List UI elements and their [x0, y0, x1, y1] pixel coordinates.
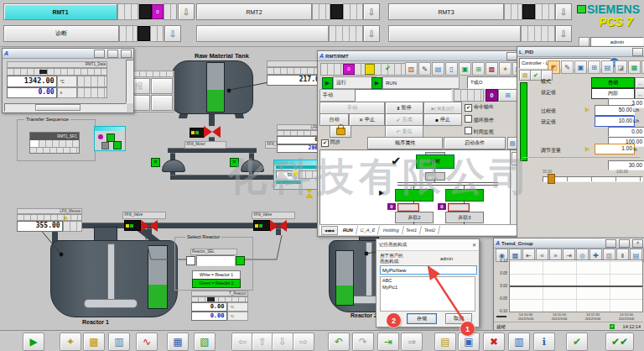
stop-button[interactable]: ■停止 [423, 113, 462, 126]
pid-mv-value[interactable]: 1.00 [595, 144, 635, 155]
ack-all-button[interactable]: ✔✔ [605, 333, 634, 351]
pid-window-titlebar[interactable]: L_PID [517, 47, 644, 57]
window-button[interactable] [107, 50, 118, 58]
picture-in-button[interactable]: ⇥ [377, 333, 399, 351]
sfc-tool-edit[interactable]: ✎ [418, 62, 431, 76]
trend-plot[interactable] [509, 259, 643, 312]
window-button[interactable] [121, 50, 132, 58]
sfc-command-field[interactable] [355, 89, 452, 102]
runtime-button[interactable]: ▶ [23, 333, 44, 351]
rmt3-picture-select-button[interactable]: ⇩ [555, 3, 572, 20]
tank-outlet-valve[interactable] [204, 126, 221, 138]
dialog-close-button[interactable]: ✕ [472, 242, 476, 248]
rmt2-alarm-tile[interactable] [330, 4, 343, 19]
pid-mode-more-button[interactable]: ... [635, 77, 644, 88]
workstation-button[interactable]: ▥ [108, 333, 130, 351]
rmt2-picture-select-button[interactable]: ⇩ [363, 3, 380, 20]
pid-slider-track[interactable] [543, 176, 643, 182]
manual-button[interactable]: 手动 [319, 102, 385, 114]
selector-white-square[interactable] [186, 256, 195, 265]
save-button[interactable]: 存储 [407, 313, 437, 324]
trend-button[interactable]: ∿ [136, 333, 158, 351]
sfc-step-active-2[interactable] [445, 189, 484, 202]
sfc-tool-grid[interactable]: ⊞ [472, 62, 485, 76]
sync-checkbox[interactable]: ✔ 同步 [321, 139, 340, 147]
redo-picture-button[interactable]: ↷ [352, 333, 374, 351]
reactor2-feed-valve[interactable] [270, 220, 287, 232]
cmd-output-checkbox[interactable]: ✔ 命令输出 [465, 103, 494, 112]
nav-left-button[interactable]: ⇦ [231, 333, 253, 351]
sfc-transition[interactable] [425, 172, 445, 181]
reactor-temp-faceplate[interactable]: T_Reactor 0.00°C 0.00°C [191, 291, 248, 314]
sfc-step-timer[interactable]: 计时 [416, 155, 454, 169]
sfc-control[interactable]: RMT1_SFC [29, 132, 80, 154]
overview-faceplate[interactable]: RMT1_Data 1342.00°C 0.00s [7, 61, 107, 98]
selector-green-square[interactable] [236, 256, 245, 265]
overview-hscrollbar[interactable] [4, 103, 127, 112]
pid-tool-limits[interactable]: ⊞ [588, 60, 600, 74]
key-button[interactable]: ✦ [60, 333, 81, 351]
pid-tool-param[interactable]: ▣ [574, 60, 587, 74]
pid-tool-batch[interactable]: ▦ [628, 60, 641, 74]
audio-ack-button[interactable]: ✔ [566, 333, 588, 351]
checkbox-checked[interactable]: ✔ [321, 139, 329, 147]
delete-pictures-button[interactable]: ✖ [483, 333, 505, 351]
time-monitor-checkbox[interactable]: 时间监视 [465, 127, 494, 135]
start-conditions-button[interactable]: 启动条件 [444, 137, 506, 149]
complete-button[interactable]: ✔完成 [385, 113, 423, 126]
pid-mode-value[interactable]: 自动 [591, 77, 635, 88]
window-button[interactable] [632, 48, 643, 56]
window-button[interactable] [94, 50, 105, 58]
overview-window-titlebar[interactable]: A [3, 49, 133, 59]
pause-button[interactable]: ‖暂停 [385, 102, 423, 114]
checkbox-checked[interactable]: ✔ [465, 104, 472, 112]
rmt1-alarm-tile[interactable] [139, 4, 152, 19]
picture-list[interactable]: ABCMyPic1 [380, 276, 475, 312]
pid-sp-value[interactable]: 10.00 [595, 116, 635, 127]
batch-mini-window[interactable] [94, 126, 126, 151]
hand-icon[interactable]: ➤ [584, 106, 589, 113]
overview-vscrollbar[interactable] [126, 60, 133, 103]
area-button-rmt1[interactable]: RMT1 [3, 3, 117, 20]
sfc-step-active-1[interactable] [395, 189, 434, 202]
tab-test2[interactable]: Test2 [420, 226, 440, 234]
area-button-diagnostics[interactable]: 诊断 [3, 25, 119, 42]
pid-slider-thumb[interactable] [548, 174, 555, 184]
sequence-properties-button[interactable]: 顺序属性 [367, 137, 443, 149]
pid-tool-edit[interactable]: ✎ [561, 60, 574, 74]
diag-alarm-tile[interactable] [138, 26, 150, 41]
minimize-button[interactable] [605, 239, 616, 248]
reset-button[interactable]: ↶复位 [385, 125, 423, 138]
sfc-tool-doc[interactable]: ▯ [445, 62, 458, 76]
valve-mid-tag[interactable]: XFill_Valve [252, 212, 295, 219]
sfc-step-parallel3[interactable]: 并联3 [445, 212, 484, 223]
rmt1-picture-select-button[interactable]: ⇩ [178, 3, 195, 20]
list-item[interactable]: MyPic1 [381, 284, 475, 291]
sfc-chart-area[interactable]: ✔ 计时 ▶ 0 0 并联2 并联3 [319, 149, 519, 226]
nav-right-button[interactable]: ⇨ [293, 333, 314, 351]
pid-tool-ramp[interactable]: ◪ [615, 60, 627, 74]
sfc-detail-button[interactable]: ⊞ [498, 89, 517, 102]
sfc-step-parallel2[interactable]: 并联2 [395, 212, 434, 223]
selector-box[interactable] [196, 255, 235, 266]
abort-button[interactable]: ✕中止 [349, 113, 385, 126]
list-item[interactable]: ABC [381, 277, 475, 284]
area-button-rmt2[interactable]: RMT2 [196, 3, 312, 20]
area-strip-1-select-button[interactable]: ⇩ [363, 25, 380, 42]
hand-icon[interactable]: ➤ [584, 145, 589, 153]
composition-name-input[interactable] [380, 265, 477, 275]
open-pictures-button[interactable]: ▤ [434, 333, 456, 351]
pid-folder-tile[interactable]: ▤ [519, 70, 531, 81]
lock-button[interactable] [330, 125, 351, 138]
picture-key-button[interactable]: ▩ [83, 333, 105, 351]
pump-1[interactable] [162, 160, 185, 172]
tab-scroll-buttons[interactable]: ◀◀▶▶ [321, 226, 338, 235]
sfc-mode-dropdown[interactable]: T或O▾ [467, 76, 522, 89]
pid-tool-trend[interactable]: ▤ [601, 60, 614, 74]
trend-window-titlebar[interactable]: A Trend_Group ✕ [494, 238, 644, 249]
area-button-rmt3[interactable]: RMT3 [388, 3, 504, 20]
maximize-button[interactable] [619, 239, 630, 248]
rmt3-alarm-tile[interactable] [522, 4, 535, 19]
sfc-tool-star[interactable]: ✦ [499, 62, 512, 76]
diag-picture-select-button[interactable]: ⇩ [164, 25, 181, 42]
